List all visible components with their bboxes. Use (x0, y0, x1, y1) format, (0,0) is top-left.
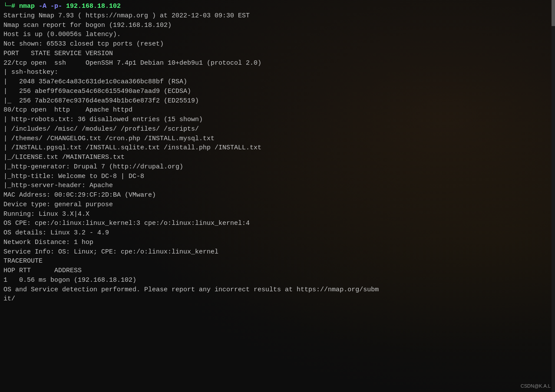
output-line-18: |_http-title: Welcome to DC-8 | DC-8 (3, 172, 552, 181)
cmd-flags: -A -p- (39, 2, 62, 11)
cmd-target: 192.168.18.102 (62, 2, 121, 11)
output-line-26: Service Info: OS: Linux; CPE: cpe:/o:lin… (3, 247, 552, 257)
output-line-3: Host is up (0.00056s latency). (3, 30, 552, 40)
output-line-23: OS CPE: cpe:/o:linux:linux_kernel:3 cpe:… (3, 219, 552, 228)
output-line-14: | /themes/ /CHANGELOG.txt /cron.php /INS… (3, 134, 552, 144)
output-line-24: OS details: Linux 3.2 - 4.9 (3, 228, 552, 238)
output-line-25: Network Distance: 1 hop (3, 238, 552, 247)
output-line-15: | /INSTALL.pgsql.txt /INSTALL.sqlite.txt… (3, 143, 552, 153)
output-line-16: |_/LICENSE.txt /MAINTAINERS.txt (3, 153, 552, 162)
output-line-2: Nmap scan report for bogon (192.168.18.1… (3, 21, 552, 30)
output-line-11: 80/tcp open http Apache httpd (3, 105, 552, 115)
prompt: └─# (3, 2, 19, 11)
output-line-7: | ssh-hostkey: (3, 68, 552, 77)
output-line-21: Device type: general purpose (3, 200, 552, 210)
output-line-22: Running: Linux 3.X|4.X (3, 210, 552, 219)
output-line-33: it/ (3, 294, 552, 304)
output-line-4: Not shown: 65533 closed tcp ports (reset… (3, 40, 552, 49)
output-line-20: MAC Address: 00:0C:29:CF:2D:BA (VMware) (3, 191, 552, 200)
output-line-17: |_http-generator: Drupal 7 (http://drupa… (3, 162, 552, 172)
output-line-10: |_ 256 7ab2c687ec9376d4ea594b1bc6e873f2 … (3, 96, 552, 106)
command-line: └─# nmap -A -p- 192.168.18.102 (3, 2, 552, 11)
cmd-nmap: nmap (19, 2, 39, 11)
output-line-1: Starting Nmap 7.93 ( https://nmap.org ) … (3, 11, 552, 21)
output-line-12: | http-robots.txt: 36 disallowed entries… (3, 115, 552, 125)
output-line-29: HOP RTT ADDRESS (3, 266, 552, 276)
output-line-19: |_http-server-header: Apache (3, 181, 552, 191)
output-line-13: | /includes/ /misc/ /modules/ /profiles/… (3, 125, 552, 134)
watermark: CSDN@K.A.L (521, 383, 551, 389)
output-line-8: | 2048 35a7e6c4a83c631de1c0caa366bc88bf … (3, 77, 552, 87)
output-line-5: PORT STATE SERVICE VERSION (3, 49, 552, 59)
output-line-28: TRACEROUTE (3, 257, 552, 266)
terminal-window[interactable]: └─# nmap -A -p- 192.168.18.102 Starting … (0, 0, 555, 392)
output-line-30: 1 0.56 ms bogon (192.168.18.102) (3, 276, 552, 285)
output-line-6: 22/tcp open ssh OpenSSH 7.4p1 Debian 10+… (3, 59, 552, 68)
output-line-32: OS and Service detection performed. Plea… (3, 285, 552, 295)
output-line-9: | 256 abef9f69acea54c68c6155490ae7aad9 (… (3, 87, 552, 96)
